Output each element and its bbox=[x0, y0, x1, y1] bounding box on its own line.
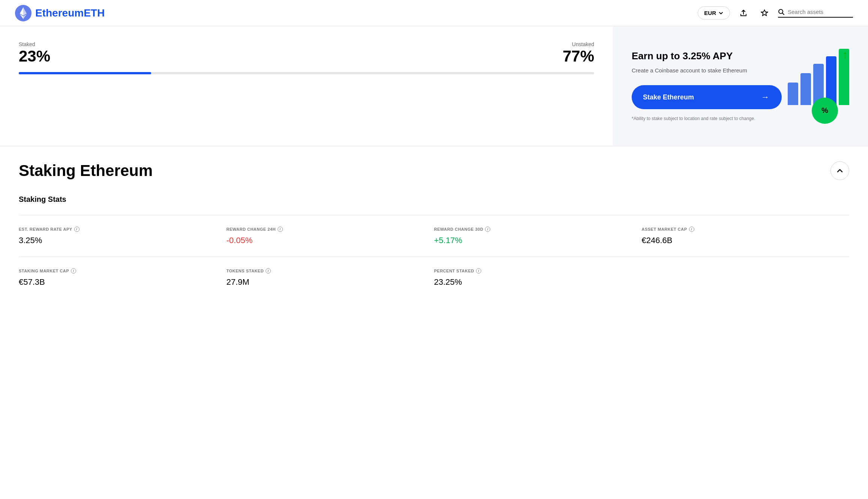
stat-label-text: REWARD CHANGE 24H bbox=[227, 227, 276, 231]
stat-label: REWARD CHANGE 24H i bbox=[227, 227, 434, 232]
stat-label-text: STAKING MARKET CAP bbox=[19, 269, 69, 273]
stat-value: +5.17% bbox=[434, 236, 642, 245]
stat-item: EST. REWARD RATE APY i3.25% bbox=[19, 227, 227, 245]
stat-label: ASSET MARKET CAP i bbox=[642, 227, 850, 232]
stat-label-text: EST. REWARD RATE APY bbox=[19, 227, 72, 231]
info-icon[interactable]: i bbox=[485, 227, 490, 232]
chart-up-arrow-icon: ↑ bbox=[842, 49, 848, 61]
info-icon[interactable]: i bbox=[278, 227, 283, 232]
stake-button-label: Stake Ethereum bbox=[643, 93, 694, 101]
percent-badge-symbol: % bbox=[821, 106, 828, 115]
stat-item: STAKING MARKET CAP i€57.3B bbox=[19, 268, 227, 287]
chart-bar bbox=[800, 73, 811, 105]
staking-header: Staking Ethereum bbox=[19, 161, 849, 180]
info-icon[interactable]: i bbox=[476, 268, 481, 274]
staking-section: Staking Ethereum Staking Stats EST. REWA… bbox=[0, 146, 868, 302]
stat-label-text: TOKENS STAKED bbox=[227, 269, 264, 273]
page-header: EthereumETH EUR bbox=[0, 0, 868, 26]
stat-label: EST. REWARD RATE APY i bbox=[19, 227, 227, 232]
stat-item: PERCENT STAKED i23.25% bbox=[434, 268, 642, 287]
page-title: EthereumETH bbox=[35, 7, 105, 19]
earn-content: Earn up to 3.25% APY Create a Coinbase a… bbox=[632, 50, 782, 122]
stat-value: 27.9M bbox=[227, 277, 434, 287]
staked-label: Staked bbox=[19, 41, 50, 47]
chart-illustration: % ↑ bbox=[782, 49, 849, 124]
progress-section: Staked 23% Unstaked 77% bbox=[19, 41, 594, 74]
stat-value: 23.25% bbox=[434, 277, 642, 287]
star-icon bbox=[760, 9, 769, 17]
stat-label-text: REWARD CHANGE 30D bbox=[434, 227, 483, 231]
staking-stats-heading: Staking Stats bbox=[19, 195, 849, 204]
stat-item: TOKENS STAKED i27.9M bbox=[227, 268, 434, 287]
unstaked-info: Unstaked 77% bbox=[563, 41, 594, 65]
stats-grid-row1: EST. REWARD RATE APY i3.25%REWARD CHANGE… bbox=[19, 215, 849, 245]
earn-title: Earn up to 3.25% APY bbox=[632, 50, 782, 62]
top-section: Staked 23% Unstaked 77% Earn up to 3.25%… bbox=[0, 26, 868, 146]
header-actions: EUR bbox=[698, 6, 853, 21]
earn-disclaimer: *Ability to stake subject to location an… bbox=[632, 115, 782, 122]
stat-item bbox=[642, 268, 850, 287]
progress-labels: Staked 23% Unstaked 77% bbox=[19, 41, 594, 65]
staking-progress-panel: Staked 23% Unstaked 77% bbox=[0, 26, 613, 146]
collapse-button[interactable] bbox=[830, 161, 849, 180]
earn-description: Create a Coinbase account to stake Ether… bbox=[632, 66, 782, 75]
stat-label-text: PERCENT STAKED bbox=[434, 269, 474, 273]
stat-item: REWARD CHANGE 24H i-0.05% bbox=[227, 227, 434, 245]
unstaked-value: 77% bbox=[563, 47, 594, 65]
staked-value: 23% bbox=[19, 47, 50, 65]
staking-title: Staking Ethereum bbox=[19, 162, 153, 180]
share-button[interactable] bbox=[736, 6, 751, 21]
info-icon[interactable]: i bbox=[689, 227, 694, 232]
ethereum-logo-icon bbox=[15, 5, 32, 21]
share-icon bbox=[739, 9, 748, 17]
brand-name: Ethereum bbox=[35, 7, 84, 19]
stat-label: PERCENT STAKED i bbox=[434, 268, 642, 274]
search-input[interactable] bbox=[788, 9, 848, 15]
stake-button-arrow-icon: → bbox=[760, 92, 770, 102]
currency-selector[interactable]: EUR bbox=[698, 6, 730, 20]
chevron-up-icon bbox=[836, 167, 844, 174]
stat-value: 3.25% bbox=[19, 236, 227, 245]
stat-label: STAKING MARKET CAP i bbox=[19, 268, 227, 274]
stat-label: TOKENS STAKED i bbox=[227, 268, 434, 274]
chart-bar bbox=[788, 83, 798, 105]
stat-label-text: ASSET MARKET CAP bbox=[642, 227, 687, 231]
progress-bar-track bbox=[19, 72, 594, 74]
stake-ethereum-button[interactable]: Stake Ethereum → bbox=[632, 85, 782, 109]
stat-item: REWARD CHANGE 30D i+5.17% bbox=[434, 227, 642, 245]
search-area[interactable] bbox=[778, 9, 853, 18]
stats-grid-row2: STAKING MARKET CAP i€57.3BTOKENS STAKED … bbox=[19, 257, 849, 287]
currency-label: EUR bbox=[704, 10, 716, 16]
chevron-down-icon bbox=[718, 11, 724, 16]
progress-bar-fill bbox=[19, 72, 151, 74]
watchlist-button[interactable] bbox=[757, 6, 772, 21]
chart-bars bbox=[788, 45, 849, 105]
percent-badge: % bbox=[812, 98, 838, 124]
staked-info: Staked 23% bbox=[19, 41, 50, 65]
stat-label: REWARD CHANGE 30D i bbox=[434, 227, 642, 232]
stat-value: €246.6B bbox=[642, 236, 850, 245]
brand-ticker: ETH bbox=[84, 7, 105, 19]
stat-item: ASSET MARKET CAP i€246.6B bbox=[642, 227, 850, 245]
search-icon bbox=[778, 9, 785, 15]
earn-panel: Earn up to 3.25% APY Create a Coinbase a… bbox=[613, 26, 868, 146]
stat-value: €57.3B bbox=[19, 277, 227, 287]
info-icon[interactable]: i bbox=[266, 268, 271, 274]
info-icon[interactable]: i bbox=[71, 268, 76, 274]
stat-value: -0.05% bbox=[227, 236, 434, 245]
unstaked-label: Unstaked bbox=[563, 41, 594, 47]
info-icon[interactable]: i bbox=[74, 227, 80, 232]
brand-area: EthereumETH bbox=[15, 5, 105, 21]
